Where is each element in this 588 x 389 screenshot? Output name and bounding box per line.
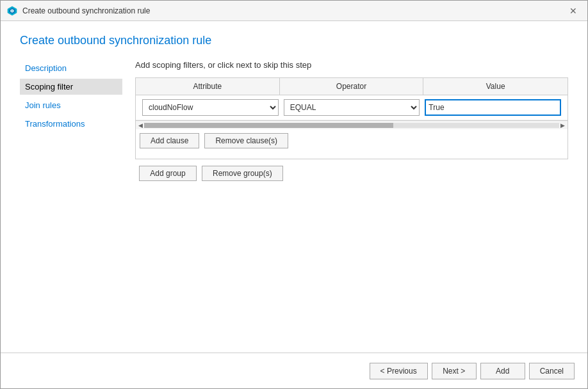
content-area: Create outbound synchronization rule Des… — [1, 21, 587, 353]
attribute-select[interactable]: cloudNoFlow — [142, 99, 279, 116]
sidebar-item-transformations[interactable]: Transformations — [20, 116, 122, 132]
col-header-operator: Operator — [280, 78, 424, 95]
app-icon — [7, 6, 17, 16]
window-title: Create outbound synchronization rule — [22, 6, 150, 15]
next-button[interactable]: Next > — [432, 363, 477, 379]
title-bar: Create outbound synchronization rule ✕ — [1, 1, 587, 21]
scrollbar-thumb — [144, 123, 393, 128]
remove-clause-button[interactable]: Remove clause(s) — [204, 133, 288, 148]
sidebar-item-description[interactable]: Description — [20, 60, 122, 76]
scroll-left-arrow[interactable]: ◀ — [137, 122, 144, 129]
main-window: Create outbound synchronization rule ✕ C… — [0, 0, 588, 389]
add-clause-button[interactable]: Add clause — [140, 133, 199, 148]
main-body: Description Scoping filter Join rules Tr… — [20, 60, 568, 353]
footer: < Previous Next > Add Cancel — [1, 353, 587, 388]
attribute-cell: cloudNoFlow — [140, 98, 281, 117]
group-buttons: Add group Remove group(s) — [139, 166, 568, 181]
clause-buttons: Add clause Remove clause(s) — [136, 129, 568, 152]
remove-group-button[interactable]: Remove group(s) — [202, 166, 283, 181]
filter-table-container: Attribute Operator Value cloudNoFlow — [135, 77, 568, 159]
value-cell — [422, 98, 564, 117]
sidebar-item-scoping-filter[interactable]: Scoping filter — [20, 79, 122, 95]
col-header-value: Value — [423, 78, 568, 95]
operator-cell: EQUAL NOT EQUAL STARTS WITH ENDS WITH GR… — [281, 98, 423, 117]
scrollbar-area: ◀ ▶ — [136, 120, 568, 129]
add-group-button[interactable]: Add group — [139, 166, 197, 181]
title-bar-left: Create outbound synchronization rule — [7, 6, 150, 16]
add-button[interactable]: Add — [480, 363, 525, 379]
main-content: Add scoping filters, or click next to sk… — [135, 60, 568, 353]
close-button[interactable]: ✕ — [566, 3, 581, 19]
previous-button[interactable]: < Previous — [370, 363, 428, 379]
sidebar: Description Scoping filter Join rules Tr… — [20, 60, 122, 353]
table-row: cloudNoFlow EQUAL NOT EQUAL STARTS WITH … — [136, 95, 568, 120]
col-header-attribute: Attribute — [136, 78, 280, 95]
step-instruction: Add scoping filters, or click next to sk… — [135, 60, 568, 70]
sidebar-item-join-rules[interactable]: Join rules — [20, 97, 122, 113]
operator-select[interactable]: EQUAL NOT EQUAL STARTS WITH ENDS WITH GR… — [284, 99, 420, 116]
value-input[interactable] — [425, 99, 561, 116]
scroll-right-arrow[interactable]: ▶ — [559, 122, 566, 129]
scrollbar-track[interactable] — [144, 123, 559, 128]
page-title: Create outbound synchronization rule — [20, 34, 568, 47]
cancel-button[interactable]: Cancel — [529, 363, 575, 379]
filter-table-header: Attribute Operator Value — [136, 78, 568, 95]
